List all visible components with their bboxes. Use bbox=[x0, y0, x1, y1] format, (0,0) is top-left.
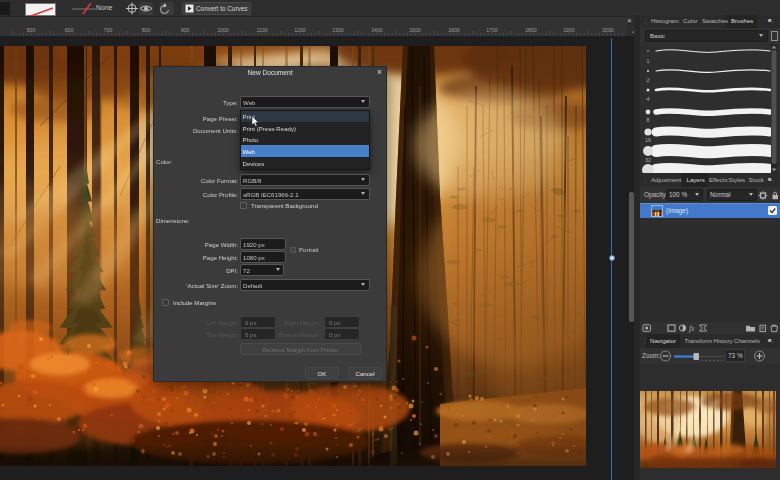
svg-text:1: 1 bbox=[647, 58, 650, 64]
svg-text:2: 2 bbox=[647, 77, 650, 83]
svg-text:600: 600 bbox=[65, 27, 74, 33]
svg-text:8: 8 bbox=[647, 117, 650, 123]
svg-text:1300: 1300 bbox=[332, 27, 344, 33]
svg-text:1200: 1200 bbox=[294, 27, 306, 33]
svg-text:fx: fx bbox=[689, 324, 695, 333]
svg-text:1600: 1600 bbox=[448, 27, 460, 33]
svg-text:1900: 1900 bbox=[563, 27, 575, 33]
svg-text:1400: 1400 bbox=[371, 27, 383, 33]
svg-text:16: 16 bbox=[645, 137, 651, 143]
svg-text:700: 700 bbox=[104, 27, 113, 33]
svg-text:1800: 1800 bbox=[525, 27, 537, 33]
svg-text:32: 32 bbox=[645, 157, 651, 163]
svg-text:1000: 1000 bbox=[217, 27, 229, 33]
svg-text:1700: 1700 bbox=[486, 27, 498, 33]
svg-text:1100: 1100 bbox=[256, 27, 267, 33]
svg-text:2000: 2000 bbox=[602, 27, 614, 33]
svg-text:500: 500 bbox=[27, 27, 36, 33]
svg-text:4: 4 bbox=[647, 96, 650, 102]
svg-text:900: 900 bbox=[181, 27, 190, 33]
svg-text:1500: 1500 bbox=[409, 27, 421, 33]
svg-text:800: 800 bbox=[142, 27, 151, 33]
